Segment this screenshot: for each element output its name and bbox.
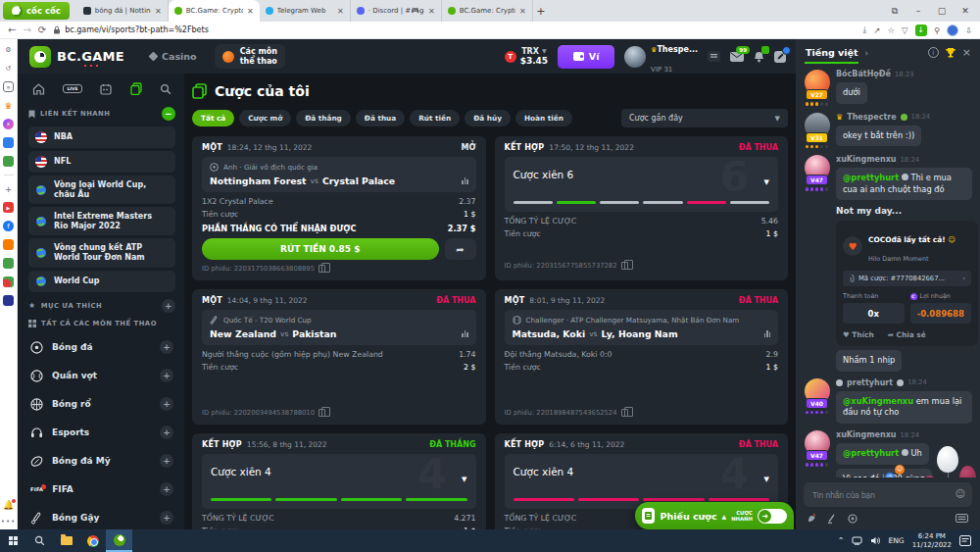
close-button[interactable]: ✕ [955, 1, 976, 21]
filter-all[interactable]: Tất cả [192, 110, 234, 126]
tab-close-icon[interactable]: ✕ [428, 7, 435, 16]
expand-plus-button[interactable]: + [160, 369, 173, 382]
add-shortcut-icon[interactable]: + [3, 183, 14, 194]
pen-slash-icon[interactable] [827, 514, 837, 524]
menu-list-icon[interactable] [708, 51, 720, 62]
sport-item-american-football[interactable]: Bóng đá Mỹ+ [28, 447, 175, 476]
chrome-icon[interactable] [79, 529, 106, 552]
expand-plus-button[interactable]: + [160, 454, 173, 468]
network-icon[interactable] [852, 536, 862, 545]
match-panel[interactable]: Challenger · ATP Challenger Matsuyama, N… [505, 310, 779, 345]
forward-icon[interactable]: → [23, 25, 30, 35]
sport-item-tennis[interactable]: Quần vợt+ [28, 362, 175, 390]
nav-casino[interactable]: Casino [150, 51, 197, 62]
coin-tag-icon[interactable] [848, 514, 858, 524]
mention[interactable]: @prettyhurt [843, 173, 899, 182]
facebook-icon[interactable]: f [3, 221, 14, 231]
filter-open[interactable]: Cược mở [239, 110, 291, 126]
messenger-icon[interactable]: ⚡ [3, 119, 14, 129]
expand-plus-button[interactable]: + [160, 340, 173, 354]
tab-close-icon[interactable]: ✕ [519, 7, 526, 16]
live-icon[interactable]: LIVE [63, 84, 81, 93]
stats-icon[interactable] [462, 177, 468, 184]
filter-refund[interactable]: Hoàn tiền [515, 110, 572, 126]
quick-link-nba[interactable]: NBA [28, 126, 175, 148]
combo-panel[interactable]: Cược xiên 4 4 ▼ [505, 454, 779, 509]
chevron-down-icon[interactable]: ▼ [764, 476, 769, 483]
shield-icon[interactable]: ▽ [902, 25, 908, 35]
close-icon[interactable]: × [962, 46, 971, 59]
history-clock-icon[interactable]: ↺ [3, 63, 14, 74]
chat-message-input[interactable] [804, 482, 972, 507]
sport-item-football[interactable]: Bóng đá+ [28, 333, 175, 362]
watermelon-app-icon[interactable] [3, 276, 14, 287]
pip-icon[interactable]: ⧉ [884, 1, 906, 21]
search-icon[interactable] [160, 83, 172, 95]
reading-list-icon[interactable]: ≡ [3, 81, 14, 92]
more-ellipsis-icon[interactable]: ••• [1, 518, 16, 526]
tab-close-icon[interactable]: ✕ [155, 7, 162, 16]
profile-avatar-icon[interactable] [947, 25, 958, 36]
cashout-button[interactable]: RÚT TIỀN 0.85 $ [202, 238, 439, 260]
quick-link-wcq-europe[interactable]: Vòng loại World Cup, châu Âu [28, 176, 175, 204]
gamepad-icon[interactable] [3, 156, 14, 167]
mention[interactable]: @xuKingmenxu [843, 396, 913, 406]
bet-code-row[interactable]: Mã cược: #7770842667... › [843, 271, 971, 286]
browser-tab[interactable]: · Discord | #🎮games | BC G ✕ [351, 0, 442, 22]
expand-plus-button[interactable]: + [160, 397, 173, 411]
url-box[interactable]: bc.game/vi/sports?bt-path=%2Fbets [53, 25, 856, 34]
mail-icon[interactable]: 99 [730, 52, 744, 62]
emoji-smiley-icon[interactable]: ☺ [956, 488, 965, 499]
calendar-icon[interactable] [100, 83, 112, 95]
share-button[interactable]: ➦ Chia sẻ [888, 330, 926, 339]
sport-item-fifa[interactable]: FIFA FIFA+ [28, 476, 175, 504]
filter-lost[interactable]: Đã thua [356, 110, 405, 126]
currency-selector[interactable]: T TRX▼ $3.45 [505, 47, 548, 67]
browser-tab-active[interactable]: BC.Game: Crypto Casino Gam ✕ [169, 0, 260, 22]
reaction-emoji-icon[interactable]: ☺ [895, 465, 905, 475]
notification-bell-icon[interactable]: 🔔 [3, 500, 14, 510]
tab-close-icon[interactable]: ✕ [337, 7, 344, 16]
back-icon[interactable]: ← [8, 25, 16, 35]
volume-icon[interactable] [870, 536, 880, 545]
chevron-right-icon[interactable]: › [864, 48, 868, 58]
chat-language-tab[interactable]: Tiếng việt [805, 42, 858, 64]
minimize-button[interactable]: – [907, 1, 929, 21]
bookmark-star-icon[interactable]: ☆ [887, 25, 895, 35]
input-language[interactable]: ENG [888, 536, 904, 545]
settings-gear-icon[interactable]: ⚙ [3, 44, 14, 55]
match-panel[interactable]: Quốc Tế - T20 World Cup New ZealandvsPak… [202, 310, 476, 345]
sport-item-esports[interactable]: Esports+ [28, 419, 175, 447]
copy-icon[interactable] [621, 262, 628, 270]
bcgame-logo[interactable]: BC.GAME [29, 46, 124, 68]
sport-item-cricket[interactable]: Bóng Gậy+ [28, 504, 175, 529]
coccoc-taskbar-icon[interactable] [106, 529, 132, 552]
install-icon[interactable]: ⤓ [863, 25, 867, 35]
bell-icon[interactable] [754, 51, 764, 63]
taskbar-search-icon[interactable] [26, 529, 53, 552]
filter-won[interactable]: Đã thắng [296, 110, 351, 126]
sort-dropdown[interactable]: Cược gần đây ▼ [621, 109, 788, 127]
match-panel[interactable]: Anh · Giải vô địch quốc gia Nottingham F… [202, 157, 476, 192]
nav-sports[interactable]: Các mônthể thao [215, 44, 285, 68]
downloads-tray-icon[interactable]: ⇩ [965, 25, 972, 35]
like-button[interactable]: ♥ Thích [843, 330, 874, 339]
quick-link-iem-rio[interactable]: Intel Extreme Masters Rio Major 2022 [28, 207, 175, 235]
betslip-button[interactable]: Phiếu cược ▲ CƯỢC NHANH ➜ [635, 502, 794, 529]
quick-link-nfl[interactable]: NFL [28, 151, 175, 173]
file-explorer-icon[interactable] [53, 529, 79, 552]
stats-icon[interactable] [462, 330, 468, 337]
wallet-button[interactable]: Ví [558, 45, 614, 69]
zalo-app-icon[interactable] [3, 137, 14, 148]
reload-icon[interactable]: ⟳ [38, 25, 46, 35]
browser-tab[interactable]: Telegram Web ✕ [260, 0, 351, 22]
youtube-icon[interactable]: ▶ [3, 202, 14, 213]
chat-pen-icon[interactable] [774, 51, 786, 63]
my-bets-icon[interactable] [130, 82, 142, 95]
info-icon[interactable]: i [928, 47, 939, 58]
shopee-app-icon[interactable] [3, 239, 14, 250]
copy-icon[interactable] [318, 409, 325, 417]
sport-item-basketball[interactable]: Bóng rổ+ [28, 390, 175, 419]
browser-tab[interactable]: bóng đá | Nottingham Fores ✕ [77, 0, 169, 22]
chili-icon[interactable] [808, 513, 816, 524]
